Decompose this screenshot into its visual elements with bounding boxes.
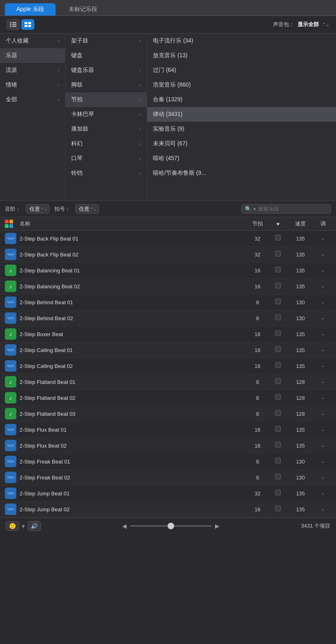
favorite-checkbox[interactable]	[275, 299, 281, 304]
favorite-checkbox[interactable]	[275, 283, 281, 288]
search-input[interactable]	[258, 206, 327, 212]
tab-apple-loops[interactable]: Apple 乐段	[5, 3, 56, 16]
table-row[interactable]: 2-Step Flux Beat 01 16 135 -	[0, 422, 336, 438]
slider-thumb[interactable]	[168, 523, 174, 529]
row-favorite[interactable]	[270, 410, 286, 417]
favorite-checkbox[interactable]	[275, 330, 281, 336]
row-favorite[interactable]	[270, 490, 286, 497]
col2-item[interactable]: 键盘乐器›	[65, 63, 147, 78]
view-grid-button[interactable]	[21, 19, 34, 30]
row-favorite[interactable]	[270, 235, 286, 242]
favorite-checkbox[interactable]	[275, 378, 281, 384]
row-favorite[interactable]	[270, 267, 286, 274]
favorite-checkbox[interactable]	[275, 426, 281, 432]
col2-item[interactable]: 节拍›	[65, 92, 147, 107]
soundpack-chevron-icon[interactable]: ⌃⌄	[322, 22, 329, 27]
row-bpm: 135	[286, 427, 315, 433]
col2-item[interactable]: 卡林巴琴›	[65, 107, 147, 122]
col2-item[interactable]: 康加鼓›	[65, 122, 147, 136]
table-row[interactable]: 2-Step Back Flip Beat 01 32 135 -	[0, 231, 336, 247]
favorite-checkbox[interactable]	[275, 490, 281, 495]
col1-item[interactable]: 乐器›	[0, 48, 65, 63]
favorite-checkbox[interactable]	[275, 506, 281, 511]
favorite-checkbox[interactable]	[275, 442, 281, 448]
col1-item[interactable]: 流派›	[0, 63, 65, 78]
table-row[interactable]: ♪ 2-Step Flatland Beat 03 8 128 -	[0, 406, 336, 422]
col2-item[interactable]: 键盘	[65, 48, 147, 63]
favorite-checkbox[interactable]	[275, 251, 281, 256]
col1-item[interactable]: 个人收藏›	[0, 33, 65, 48]
table-row[interactable]: 2-Step Jump Beat 01 32 135 -	[0, 486, 336, 501]
col3-item[interactable]: 嘻哈 (457)	[147, 151, 336, 166]
col3-item[interactable]: 电子流行乐 (34)	[147, 33, 336, 48]
search-box[interactable]: 🔍 ▾	[241, 204, 331, 214]
table-row[interactable]: 2-Step Freak Beat 01 8 130 -	[0, 454, 336, 470]
favorite-checkbox[interactable]	[275, 410, 281, 416]
favorite-checkbox[interactable]	[275, 346, 281, 352]
favorite-checkbox[interactable]	[275, 362, 281, 368]
volume-slider[interactable]: ◀ ▶	[46, 523, 296, 529]
toolbar: 声音包： 显示全部 ⌃⌄	[0, 16, 336, 33]
row-favorite[interactable]	[270, 426, 286, 433]
chevron-right-icon: ›	[139, 97, 141, 102]
col3-item[interactable]: 未来贝司 (67)	[147, 136, 336, 151]
col1-item[interactable]: 情绪›	[0, 78, 65, 92]
favorite-checkbox[interactable]	[275, 267, 281, 272]
col3-item[interactable]: 浩室音乐 (860)	[147, 78, 336, 92]
col3-item[interactable]: 实验音乐 (9)	[147, 122, 336, 136]
table-row[interactable]: ♪ 2-Step Boxer Beat 16 135 -	[0, 326, 336, 342]
table-row[interactable]: ♪ 2-Step Balancing Beat 02 16 135 -	[0, 279, 336, 294]
emoji-button[interactable]: 🙂	[6, 521, 19, 531]
col2-item[interactable]: 口琴›	[65, 151, 147, 166]
row-key: -	[315, 443, 331, 449]
row-favorite[interactable]	[270, 442, 286, 449]
scale-select[interactable]: 任意	[26, 204, 49, 214]
favorite-checkbox[interactable]	[275, 474, 281, 479]
table-row[interactable]: 2-Step Behind Beat 02 8 130 -	[0, 310, 336, 326]
col3-item[interactable]: 过门 (64)	[147, 63, 336, 78]
table-row[interactable]: ♪ 2-Step Flatland Beat 01 8 128 -	[0, 374, 336, 390]
favorite-checkbox[interactable]	[275, 394, 281, 400]
row-favorite[interactable]	[270, 283, 286, 290]
col3-item[interactable]: 合奏 (1329)	[147, 92, 336, 107]
col3-item[interactable]: 放克音乐 (13)	[147, 48, 336, 63]
tab-unmarked-loops[interactable]: 未标记乐段	[57, 3, 109, 16]
col2-item[interactable]: 架子鼓›	[65, 33, 147, 48]
col2-item[interactable]: 科幻›	[65, 136, 147, 151]
table-row[interactable]: 2-Step Jump Beat 02 16 135 -	[0, 501, 336, 517]
dropdown-chevron-icon[interactable]: ▾	[22, 522, 25, 530]
row-favorite[interactable]	[270, 506, 286, 513]
table-row[interactable]: 2-Step Back Flip Beat 02 32 135 -	[0, 247, 336, 263]
row-favorite[interactable]	[270, 362, 286, 370]
table-row[interactable]: ♪ 2-Step Flatland Beat 02 8 128 -	[0, 390, 336, 406]
col3-item[interactable]: 嘻哈/节奏布鲁斯 (9...	[147, 166, 336, 180]
row-favorite[interactable]	[270, 251, 286, 258]
favorite-checkbox[interactable]	[275, 235, 281, 241]
time-select[interactable]: 任意	[75, 204, 99, 214]
table-row[interactable]: 2-Step Flux Beat 02 16 135 -	[0, 438, 336, 454]
row-favorite[interactable]	[270, 378, 286, 386]
row-favorite[interactable]	[270, 314, 286, 322]
table-row[interactable]: 2-Step Freak Beat 02 8 130 -	[0, 470, 336, 486]
row-favorite[interactable]	[270, 394, 286, 401]
view-toggle-group	[7, 19, 34, 30]
row-key: -	[315, 331, 331, 337]
table-row[interactable]: 2-Step Calling Beat 02 16 135 -	[0, 358, 336, 374]
row-favorite[interactable]	[270, 346, 286, 354]
col2-item[interactable]: 脚鼓›	[65, 78, 147, 92]
col2-item[interactable]: 铃铛›	[65, 166, 147, 180]
view-list-button[interactable]	[7, 19, 20, 30]
row-favorite[interactable]	[270, 458, 286, 465]
col1-item[interactable]: 全部›	[0, 92, 65, 107]
table-row[interactable]: 2-Step Calling Beat 01 16 135 -	[0, 342, 336, 358]
row-favorite[interactable]	[270, 330, 286, 338]
col3-item[interactable]: 律动 (3431)	[147, 107, 336, 122]
favorite-checkbox[interactable]	[275, 458, 281, 464]
favorite-checkbox[interactable]	[275, 314, 281, 320]
slider-track[interactable]	[130, 525, 212, 527]
table-row[interactable]: ♪ 2-Step Balancing Beat 01 16 135 -	[0, 263, 336, 279]
table-row[interactable]: 2-Step Behind Beat 01 8 130 -	[0, 294, 336, 310]
row-favorite[interactable]	[270, 474, 286, 481]
speaker-button[interactable]: 🔊	[27, 521, 41, 531]
row-favorite[interactable]	[270, 299, 286, 306]
